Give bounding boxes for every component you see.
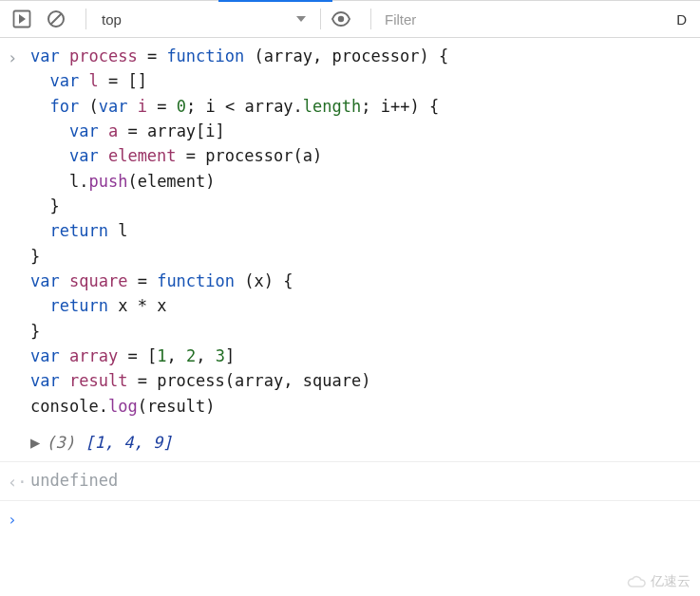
console-log-row: ▶ (3) [1, 4, 9] <box>0 424 700 461</box>
log-output[interactable]: ▶ (3) [1, 4, 9] <box>30 430 691 455</box>
clear-console-button[interactable] <box>44 7 68 31</box>
toolbar-separator <box>320 9 321 29</box>
disclosure-triangle-icon[interactable]: ▶ <box>30 430 40 455</box>
console-input-row: › var process = function (array, process… <box>0 38 700 424</box>
play-frame-icon <box>12 9 31 28</box>
log-gutter <box>8 430 30 432</box>
eye-icon <box>331 9 351 29</box>
svg-line-2 <box>51 14 62 25</box>
filter-input[interactable] <box>379 8 672 31</box>
input-chevron-icon: › <box>8 44 30 70</box>
console-toolbar: top D <box>0 0 700 38</box>
array-preview: [1, 4, 9] <box>85 430 172 455</box>
live-expression-button[interactable] <box>329 7 353 31</box>
return-chevron-icon: ‹· <box>8 468 30 494</box>
svg-point-3 <box>338 16 344 22</box>
cloud-icon <box>626 575 647 588</box>
array-length-badge: (3) <box>46 430 75 455</box>
toolbar-separator <box>370 9 371 29</box>
context-label: top <box>102 11 122 28</box>
console-prompt-row[interactable]: › <box>0 501 700 536</box>
chevron-down-icon <box>295 11 307 28</box>
console-body: › var process = function (array, process… <box>0 38 700 536</box>
toolbar-trailing-char: D <box>672 11 691 28</box>
toolbar-separator <box>85 9 86 29</box>
watermark: 亿速云 <box>626 573 691 590</box>
prompt-chevron-icon: › <box>8 509 30 529</box>
execute-button[interactable] <box>9 7 34 31</box>
ban-icon <box>47 9 66 28</box>
code-block[interactable]: var process = function (array, processor… <box>30 44 691 419</box>
console-return-row: ‹· undefined <box>0 462 700 501</box>
watermark-text: 亿速云 <box>651 573 691 590</box>
context-selector[interactable]: top <box>94 11 312 28</box>
return-value: undefined <box>30 468 691 493</box>
